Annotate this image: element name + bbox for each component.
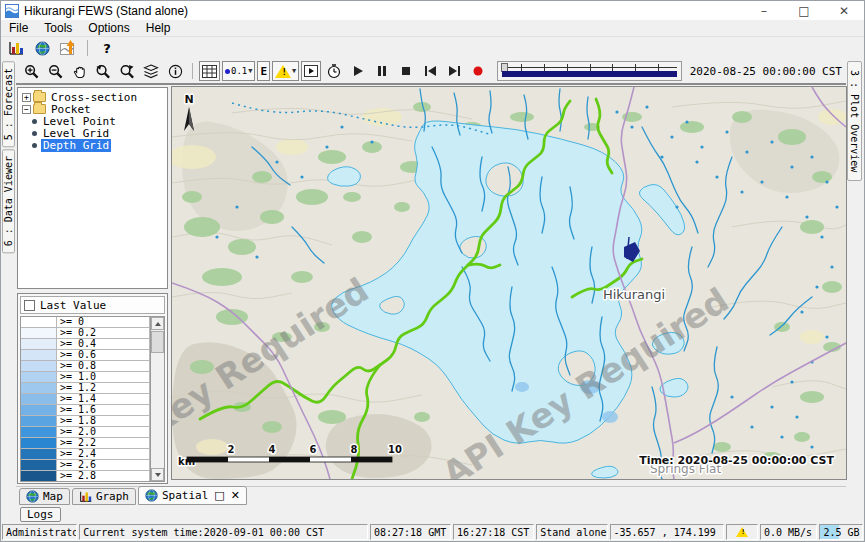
- folder-icon: [33, 92, 46, 102]
- logs-row: Logs: [16, 505, 846, 523]
- legend-swatch: [21, 427, 57, 437]
- toolbar-separator: [192, 63, 193, 79]
- bullet-icon: [32, 131, 37, 136]
- legend-class-label: >= 2.0: [57, 427, 150, 437]
- side-tab[interactable]: 5 : Forecast: [2, 61, 15, 147]
- last-value-label: Last Value: [40, 299, 106, 312]
- thresholds-button[interactable]: ! ▼: [272, 61, 299, 81]
- legend-row[interactable]: >= 2.8: [21, 471, 150, 481]
- legend-class-label: >= 1.6: [57, 405, 150, 415]
- zoom-previous-button[interactable]: [92, 61, 114, 81]
- tab-graph[interactable]: Graph: [72, 488, 136, 505]
- menu-item-options[interactable]: Options: [80, 20, 137, 36]
- tree-node[interactable]: −Pocket: [20, 103, 167, 115]
- status-system-time: Current system time:2020-09-01 00:00 CST: [79, 524, 368, 540]
- profile-display-button[interactable]: [57, 38, 79, 58]
- map-canvas[interactable]: API Key RequiredAPI Key RequiredHikurang…: [172, 87, 846, 479]
- folder-icon: [33, 104, 46, 114]
- scrollbar-thumb[interactable]: [151, 331, 164, 353]
- app-icon: [5, 4, 19, 18]
- map-frame: API Key RequiredAPI Key RequiredHikurang…: [171, 86, 847, 480]
- tab-label: Spatial: [162, 489, 208, 502]
- legend-swatch: [21, 394, 57, 404]
- town-label: Hikurangi: [603, 287, 665, 302]
- menu-item-file[interactable]: File: [1, 20, 36, 36]
- zoom-out-button[interactable]: [44, 61, 66, 81]
- scroll-up-icon[interactable]: [151, 317, 164, 330]
- legend-class-label: >= 1.2: [57, 383, 150, 393]
- status-rate: 0.0 MB/s: [760, 524, 817, 540]
- class-interval-button[interactable]: 0.1 ▼: [222, 61, 255, 81]
- north-arrow-label: N: [184, 93, 193, 106]
- tree-leaf[interactable]: Level Grid: [20, 127, 167, 139]
- minimize-icon[interactable]: –: [744, 1, 784, 20]
- legend-class-label: >= 1.0: [57, 372, 150, 382]
- play-button[interactable]: [347, 61, 369, 81]
- last-value-checkbox[interactable]: [24, 300, 35, 311]
- layers-button[interactable]: [140, 61, 162, 81]
- tab-map[interactable]: Map: [19, 488, 70, 505]
- tab-spatial[interactable]: Spatial□✕: [138, 486, 247, 505]
- tab-close-icon[interactable]: ✕: [231, 489, 240, 502]
- side-tab[interactable]: 3 : Plot Overview: [847, 61, 862, 181]
- animation-button[interactable]: [301, 61, 321, 81]
- menu-item-help[interactable]: Help: [138, 20, 179, 36]
- stop-button[interactable]: [395, 61, 417, 81]
- legend-class-label: >= 2.4: [57, 449, 150, 459]
- tab-maximize-icon[interactable]: □: [214, 489, 224, 502]
- collapse-icon[interactable]: −: [22, 105, 31, 114]
- grid-toggle-button[interactable]: [199, 61, 220, 81]
- legend-swatch: [21, 471, 57, 481]
- close-icon[interactable]: ✕: [824, 1, 864, 20]
- legend-rows: >= 0>= 0.2>= 0.4>= 0.6>= 0.8>= 1.0>= 1.2…: [21, 317, 150, 481]
- legend-class-label: >= 0.2: [57, 328, 150, 338]
- scale-tick-label: 2: [228, 444, 235, 455]
- maximize-icon[interactable]: □: [784, 1, 824, 20]
- zoom-in-button[interactable]: [20, 61, 42, 81]
- status-gmt-time: 08:27:18 GMT: [370, 524, 451, 540]
- scroll-down-icon[interactable]: [151, 468, 164, 481]
- pause-button[interactable]: [371, 61, 393, 81]
- grid-icon: [202, 65, 217, 78]
- legend-class-label: >= 2.6: [57, 460, 150, 470]
- tab-label: Graph: [96, 490, 129, 503]
- timer-button[interactable]: [323, 61, 345, 81]
- profile-icon: [60, 40, 77, 56]
- legend-swatch: [21, 449, 57, 459]
- bullet-icon: [32, 143, 37, 148]
- tree-leaf[interactable]: Depth Grid: [20, 139, 167, 151]
- tree-node[interactable]: +Cross-section: [20, 91, 167, 103]
- menu-item-tools[interactable]: Tools: [36, 20, 80, 36]
- legend-class-label: >= 0.4: [57, 339, 150, 349]
- graph-display-button[interactable]: [5, 38, 27, 58]
- chevron-down-icon: ▼: [248, 67, 252, 75]
- legend-class-label: >= 0.8: [57, 361, 150, 371]
- help-button[interactable]: ?: [96, 38, 118, 58]
- side-tab[interactable]: 6 : Data Viewer: [2, 149, 15, 253]
- map-display-button[interactable]: [31, 38, 53, 58]
- movie-icon: [304, 65, 318, 77]
- record-button[interactable]: [467, 61, 489, 81]
- status-coordinates: -35.657 , 174.199: [610, 524, 725, 540]
- legend-swatch: [21, 405, 57, 415]
- info-button[interactable]: [164, 61, 186, 81]
- pan-button[interactable]: [68, 61, 90, 81]
- map-toolbar: 0.1 ▼ E ! ▼: [16, 59, 846, 85]
- zoom-next-button[interactable]: [116, 61, 138, 81]
- scale-tick-label: 8: [351, 444, 358, 455]
- tree-leaf[interactable]: Level Point: [20, 115, 167, 127]
- go-to-end-button[interactable]: [443, 61, 465, 81]
- time-slider[interactable]: [497, 61, 681, 81]
- scale-bar-button[interactable]: E: [257, 61, 270, 81]
- map-panel: API Key RequiredAPI Key RequiredHikurang…: [170, 85, 846, 486]
- logs-button[interactable]: Logs: [20, 507, 61, 522]
- legend-swatch: [21, 460, 57, 470]
- legend-swatch: [21, 339, 57, 349]
- expand-icon[interactable]: +: [22, 93, 31, 102]
- title-bar: Hikurangi FEWS (Stand alone) – □ ✕: [1, 1, 864, 20]
- go-to-start-button[interactable]: [419, 61, 441, 81]
- status-memory: 2.5 GB: [819, 524, 863, 540]
- toolbar-separator: [87, 40, 88, 56]
- legend-scrollbar[interactable]: [150, 317, 164, 481]
- legend-swatch: [21, 416, 57, 426]
